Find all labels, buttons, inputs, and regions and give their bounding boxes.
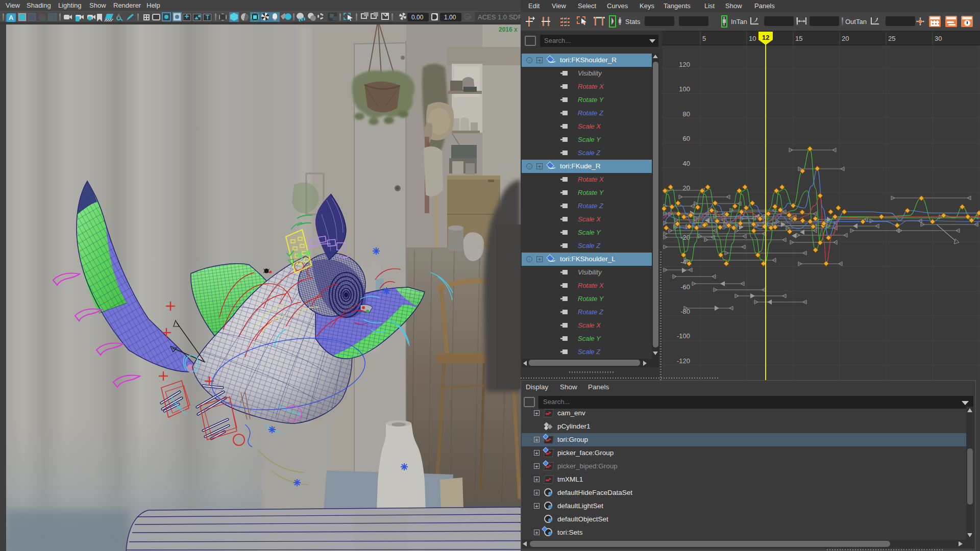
svg-text:-80: -80 [680,308,690,315]
svg-text:20: 20 [842,35,849,42]
svg-text:-100: -100 [677,332,690,340]
svg-text:15: 15 [795,35,802,42]
svg-text:30: 30 [935,35,942,42]
svg-text:-120: -120 [677,357,690,365]
svg-text:10: 10 [749,35,756,42]
svg-text:120: 120 [679,61,690,68]
svg-text:40: 40 [683,160,690,167]
svg-text:-60: -60 [680,283,690,291]
svg-text:12: 12 [762,34,769,41]
svg-text:100: 100 [679,85,690,93]
svg-text:5: 5 [702,35,706,42]
svg-text:80: 80 [683,110,690,118]
svg-text:2016 x: 2016 x [499,26,518,33]
svg-text:60: 60 [683,135,690,142]
svg-text:25: 25 [888,35,895,42]
svg-text:20: 20 [683,184,690,192]
